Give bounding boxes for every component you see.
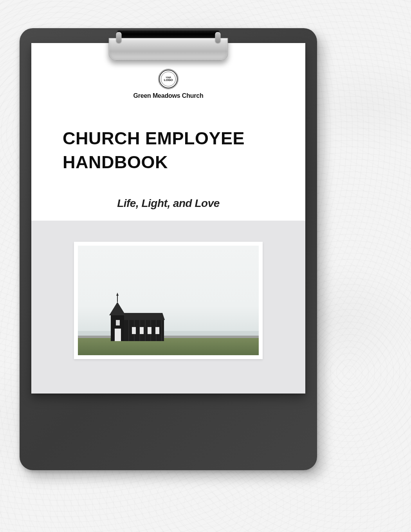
logo-placeholder-icon: YOUR LOGO xyxy=(159,70,178,88)
title-line-2: HANDBOOK xyxy=(63,152,168,172)
title-line-1: CHURCH EMPLOYEE xyxy=(63,128,245,148)
page-lower-section xyxy=(31,221,305,394)
organization-name: Green Meadows Church xyxy=(31,92,305,99)
svg-rect-24 xyxy=(116,320,120,325)
church-illustration-icon xyxy=(78,246,259,355)
clip-plate xyxy=(109,38,228,61)
svg-rect-23 xyxy=(115,329,121,341)
page-upper-section: YOUR LOGO Green Meadows Church CHURCH EM… xyxy=(31,43,305,221)
logo-main-text: LOGO xyxy=(164,78,173,82)
svg-rect-1 xyxy=(78,331,259,336)
svg-rect-18 xyxy=(155,327,159,334)
svg-rect-3 xyxy=(78,338,259,355)
svg-rect-17 xyxy=(148,327,151,334)
document-page: YOUR LOGO Green Meadows Church CHURCH EM… xyxy=(31,43,305,394)
logo-text: YOUR LOGO xyxy=(164,77,173,82)
cover-photo xyxy=(78,246,259,355)
logo-container: YOUR LOGO xyxy=(31,70,305,88)
svg-rect-15 xyxy=(132,327,136,334)
clipboard: YOUR LOGO Green Meadows Church CHURCH EM… xyxy=(20,28,317,470)
tagline: Life, Light, and Love xyxy=(31,197,305,210)
clipboard-clip xyxy=(106,30,231,65)
document-title: CHURCH EMPLOYEE HANDBOOK xyxy=(31,127,305,174)
svg-rect-16 xyxy=(140,327,144,334)
photo-frame xyxy=(74,242,263,359)
